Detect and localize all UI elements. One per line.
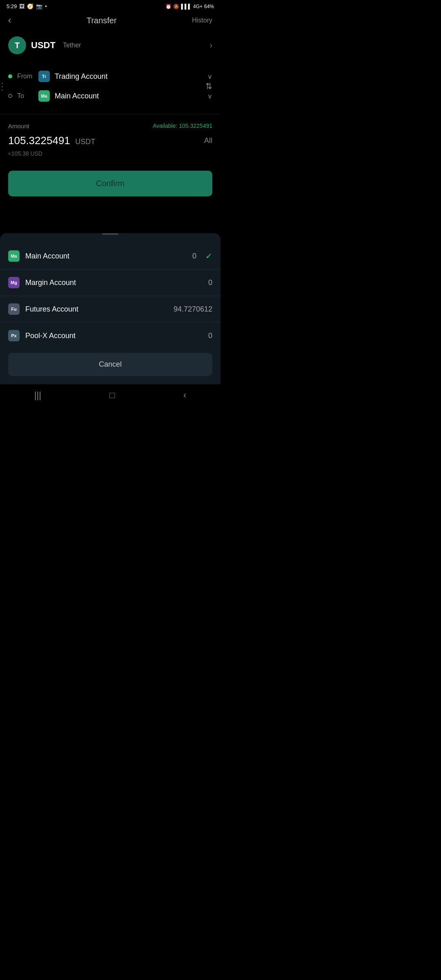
- signal-icon: ▌▌▌: [181, 4, 192, 9]
- nav-icon-status: 🧭: [27, 3, 33, 9]
- token-symbol: USDT: [31, 40, 56, 51]
- account-item[interactable]: MgMargin Account0: [0, 270, 220, 296]
- history-button[interactable]: History: [192, 17, 212, 24]
- sheet-handle: [102, 233, 118, 235]
- to-account-badge: Ma: [38, 90, 50, 102]
- network-type: 4G+: [193, 4, 203, 9]
- battery-icon: 64%: [204, 4, 214, 9]
- bottom-nav: ||| □ ‹: [0, 384, 220, 404]
- home-icon[interactable]: □: [109, 390, 115, 401]
- amount-label: Amount: [8, 122, 29, 129]
- account-item-badge: Fu: [8, 303, 20, 315]
- to-chevron-icon: ∨: [207, 92, 212, 100]
- account-item-balance: 0: [208, 278, 212, 287]
- amount-section: Amount Available: 105.3225491 105.322549…: [0, 114, 220, 161]
- to-row[interactable]: To Ma Main Account ∨: [8, 86, 212, 106]
- all-button[interactable]: All: [204, 136, 212, 145]
- from-dot: [8, 74, 12, 78]
- account-item-balance: 0: [192, 252, 196, 261]
- available-text: Available: 105.3225491: [153, 122, 212, 129]
- to-account-name: Main Account: [55, 92, 99, 100]
- account-item[interactable]: FuFutures Account94.7270612: [0, 296, 220, 323]
- status-left: 5:29 🖼 🧭 📷 •: [7, 3, 47, 9]
- account-item[interactable]: MaMain Account0✓: [0, 243, 220, 270]
- mute-icon: 🔕: [173, 4, 179, 9]
- account-item-name: Main Account: [25, 252, 187, 261]
- status-bar: 5:29 🖼 🧭 📷 • ⏰ 🔕 ▌▌▌ 4G+ 64%: [0, 0, 220, 11]
- amount-value: 105.3225491: [8, 134, 70, 147]
- account-list: MaMain Account0✓MgMargin Account0FuFutur…: [0, 243, 220, 349]
- to-dot: [8, 94, 12, 98]
- bottom-sheet: MaMain Account0✓MgMargin Account0FuFutur…: [0, 233, 220, 384]
- back-nav-icon[interactable]: ‹: [183, 390, 186, 401]
- page-title: Transfer: [87, 16, 117, 25]
- to-label: To: [17, 92, 33, 100]
- amount-row: 105.3225491 USDT All: [8, 134, 212, 147]
- amount-unit: USDT: [75, 138, 95, 146]
- dot-indicator: •: [45, 3, 47, 9]
- account-item-name: Pool-X Account: [25, 332, 203, 340]
- from-account-badge: Tr: [38, 71, 50, 82]
- account-item-badge: Ma: [8, 250, 20, 262]
- usd-approx: ≈105.38 USD: [8, 150, 212, 157]
- time: 5:29: [7, 3, 17, 9]
- account-item-name: Margin Account: [25, 278, 203, 287]
- menu-icon[interactable]: |||: [34, 390, 41, 401]
- token-chevron-icon: ›: [210, 41, 212, 50]
- from-row[interactable]: From Tr Trading Account ∨: [8, 67, 212, 86]
- token-row[interactable]: T USDT Tether ›: [0, 32, 220, 62]
- selected-check-icon: ✓: [205, 251, 212, 261]
- photo-icon: 🖼: [19, 3, 24, 9]
- account-item-balance: 0: [208, 332, 212, 340]
- token-fullname: Tether: [63, 42, 81, 49]
- account-item-balance: 94.7270612: [174, 305, 212, 314]
- confirm-button[interactable]: Confirm: [8, 171, 212, 196]
- account-item-badge: Px: [8, 330, 20, 341]
- account-item-name: Futures Account: [25, 305, 168, 314]
- account-item-badge: Mg: [8, 277, 20, 288]
- top-nav: ‹ Transfer History: [0, 11, 220, 32]
- token-icon: T: [8, 36, 26, 54]
- cancel-button[interactable]: Cancel: [8, 353, 212, 376]
- back-button[interactable]: ‹: [8, 15, 11, 26]
- alarm-icon: ⏰: [165, 4, 172, 9]
- from-chevron-icon: ∨: [207, 73, 212, 80]
- from-label: From: [17, 73, 33, 80]
- connector-dots: [2, 83, 3, 91]
- camera-icon: 📷: [36, 3, 42, 9]
- from-account-name: Trading Account: [55, 72, 107, 81]
- status-right: ⏰ 🔕 ▌▌▌ 4G+ 64%: [165, 4, 214, 9]
- amount-header: Amount Available: 105.3225491: [8, 122, 212, 129]
- account-item[interactable]: PxPool-X Account0: [0, 323, 220, 349]
- transfer-section: From Tr Trading Account ∨ ⇅ To Ma Main A…: [0, 62, 220, 110]
